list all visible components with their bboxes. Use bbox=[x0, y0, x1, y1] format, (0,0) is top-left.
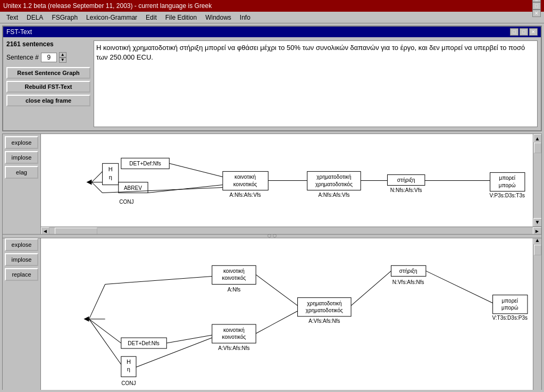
koin-text-2a1: κοινοτική bbox=[223, 268, 245, 274]
elag-button[interactable]: elag bbox=[5, 166, 38, 179]
edge2-xrhm-stir bbox=[351, 271, 391, 305]
menu-bar: Text DELA FSGraph Lexicon-Grammar Edit F… bbox=[0, 12, 544, 23]
scroll-track-v-2 bbox=[533, 245, 542, 390]
graph-svg-2: DET+Def:Nfs Η η CONJ κοι bbox=[41, 236, 533, 390]
edge2-koin-a-xrhm bbox=[256, 274, 297, 305]
explose-button-2[interactable]: explose bbox=[5, 238, 38, 251]
sentence-row: Sentence # ▲ ▼ bbox=[6, 52, 90, 63]
koin-text-2a2: κοινοτικός bbox=[222, 275, 246, 281]
main-content: FST-Text □ □ ✕ 2161 sentences Sentence #… bbox=[0, 23, 544, 392]
title-controls: _ □ ✕ bbox=[532, 0, 541, 17]
start-arrow-1 bbox=[86, 179, 91, 185]
menu-edit[interactable]: Edit bbox=[141, 13, 161, 22]
fst-panel-maximize[interactable]: □ bbox=[520, 28, 528, 36]
scroll-track-v-1 bbox=[533, 143, 542, 218]
sentence-arrows: ▲ ▼ bbox=[59, 52, 66, 63]
mporei-text-2b: μπορώ bbox=[501, 305, 518, 311]
stiriksi-label-2: N:Vfs:Afs:Nfs bbox=[392, 279, 424, 285]
side-buttons-1: explose implose elag bbox=[3, 134, 41, 235]
abrev-text: ABREV bbox=[124, 185, 142, 191]
stiriksi-label-1: N:Nfs:Afs:Vfs bbox=[390, 187, 422, 193]
resize-icon: ⬡ ⬡ bbox=[267, 233, 276, 238]
h-box-text-3: Η bbox=[127, 358, 131, 365]
koin-label-1: A:Nfs:Afs:Vfs bbox=[229, 192, 261, 198]
mporei-text-2a: μπορεί bbox=[501, 298, 518, 304]
edge2-top-koin bbox=[105, 276, 212, 284]
mporei-text-1a: μπορεί bbox=[499, 175, 515, 181]
graph-canvas-row-2: DET+Def:Nfs Η η CONJ κοι bbox=[41, 236, 541, 390]
menu-text[interactable]: Text bbox=[2, 13, 22, 22]
replace-button[interactable]: replace bbox=[5, 268, 38, 281]
left-controls: 2161 sentences Sentence # ▲ ▼ Reset Sent… bbox=[3, 37, 94, 130]
xrhm-label-2: A:Vfs:Afs:Nfs bbox=[308, 318, 340, 324]
panel-resize-handle[interactable]: ⬡ ⬡ bbox=[3, 234, 541, 238]
graph-canvas-row-1: Η η DET+Def:Nfs ABREV CO bbox=[41, 134, 541, 227]
graph-svg-1: Η η DET+Def:Nfs ABREV CO bbox=[41, 134, 533, 227]
det-text-1: DET+Def:Nfs bbox=[129, 161, 161, 166]
edge-start-bot bbox=[92, 182, 103, 193]
h-box-text-1: Η bbox=[108, 166, 113, 172]
conj-label-2: CONJ bbox=[121, 380, 136, 386]
edge2-start-bot2 bbox=[89, 319, 121, 364]
xrhm-label-1: A:Nfs:Afs:Vfs bbox=[318, 192, 349, 198]
sentence-input[interactable] bbox=[41, 53, 57, 62]
explose-button-1[interactable]: explose bbox=[5, 136, 38, 149]
edge2-koin-b-xrhm bbox=[256, 311, 297, 333]
xrhm-text-2a: χρηματοδοτική bbox=[307, 301, 341, 306]
graphs-container: explose implose elag bbox=[2, 134, 542, 390]
fst-panel-content: 2161 sentences Sentence # ▲ ▼ Reset Sent… bbox=[3, 37, 541, 130]
scroll-thumb-v-1[interactable] bbox=[534, 143, 541, 153]
scroll-thumb-v-2[interactable] bbox=[534, 245, 541, 255]
menu-info[interactable]: Info bbox=[236, 13, 255, 22]
menu-fsgraph[interactable]: FSGraph bbox=[47, 13, 82, 22]
xrhm-text-2b: χρηματοδοτικός bbox=[306, 307, 343, 313]
fst-panel-title: FST-Text □ □ ✕ bbox=[3, 27, 541, 37]
start-arrow-2 bbox=[83, 316, 89, 322]
title-text: Unitex 1.2 beta (release September 11, 2… bbox=[3, 2, 212, 10]
xrhm-text-1a: χρηματοδοτική bbox=[316, 174, 351, 180]
fst-panel-label: FST-Text bbox=[6, 28, 32, 36]
koin-label-2a: A:Nfs bbox=[228, 286, 241, 292]
rebuild-fst-button[interactable]: Rebuild FST-Text bbox=[6, 81, 90, 93]
sentence-down-button[interactable]: ▼ bbox=[59, 57, 66, 63]
maximize-button[interactable]: □ bbox=[532, 2, 541, 10]
edge2-det-koin bbox=[166, 335, 212, 343]
fst-panel-controls: □ □ ✕ bbox=[510, 28, 538, 36]
h-box-text-2: η bbox=[109, 174, 112, 180]
implose-button-1[interactable]: implose bbox=[5, 151, 38, 164]
xrhm-text-1b: χρηματοδοτικός bbox=[315, 181, 353, 187]
sentence-up-button[interactable]: ▲ bbox=[59, 52, 66, 57]
menu-lexicon-grammar[interactable]: Lexicon-Grammar bbox=[82, 13, 141, 22]
graph-canvas-2: DET+Def:Nfs Η η CONJ κοι bbox=[41, 236, 533, 390]
h-box-text-4: η bbox=[127, 366, 130, 372]
fst-panel-close[interactable]: ✕ bbox=[529, 28, 538, 36]
graph-canvas-1: Η η DET+Def:Nfs ABREV CO bbox=[41, 134, 533, 227]
mporei-text-1b: μπορώ bbox=[499, 182, 516, 188]
close-button[interactable]: ✕ bbox=[532, 10, 541, 17]
fst-panel: FST-Text □ □ ✕ 2161 sentences Sentence #… bbox=[2, 26, 542, 131]
menu-file-edition[interactable]: File Edition bbox=[161, 13, 201, 22]
close-elag-button[interactable]: close elag frame bbox=[6, 95, 90, 106]
mporei-label-1: V:P3s:D3s:T3s bbox=[489, 193, 525, 198]
graph-panel-2-inner: DET+Def:Nfs Η η CONJ κοι bbox=[41, 236, 541, 390]
koin-text-1b: κοινοτικός bbox=[233, 181, 257, 187]
scroll-up-1[interactable]: ▲ bbox=[533, 134, 542, 143]
mporei-label-2: V:T3s:D3s:P3s bbox=[492, 315, 528, 321]
scroll-down-1[interactable]: ▼ bbox=[533, 218, 542, 227]
scroll-v-2: ▲ ▼ bbox=[533, 236, 541, 390]
edge-det-koin bbox=[169, 163, 223, 177]
text-display: Η κοινοτική χρηματοδοτική στήριξη μπορεί… bbox=[94, 40, 538, 127]
stiriksi-text-2: στήριξη bbox=[399, 268, 417, 274]
implose-button-2[interactable]: implose bbox=[5, 253, 38, 266]
edge2-start-top bbox=[89, 284, 105, 319]
menu-dela[interactable]: DELA bbox=[22, 13, 47, 22]
edge2-stir-mpor bbox=[426, 271, 493, 303]
fst-panel-restore[interactable]: □ bbox=[510, 28, 518, 36]
menu-windows[interactable]: Windows bbox=[201, 13, 236, 22]
graph-panel-1: explose implose elag bbox=[2, 134, 542, 236]
koin-label-2b: A:Vfs:Afs:Nfs bbox=[218, 345, 249, 351]
koin-text-1a: κοινοτική bbox=[235, 174, 256, 180]
scroll-v-1: ▲ ▼ bbox=[533, 134, 541, 227]
det-text-2: DET+Def:Nfs bbox=[128, 340, 159, 346]
reset-graph-button[interactable]: Reset Sentence Graph bbox=[6, 67, 90, 79]
